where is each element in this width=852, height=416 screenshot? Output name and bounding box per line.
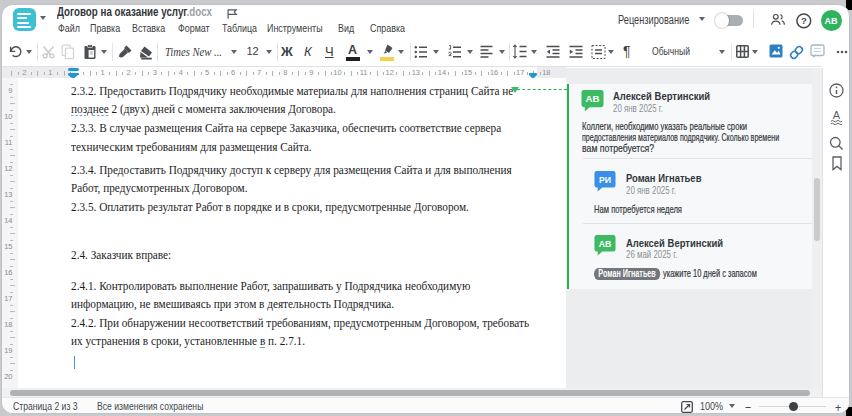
svg-text:?: ? [801, 15, 807, 26]
svg-text:РИ: РИ [598, 175, 610, 185]
svg-text:А: А [833, 109, 841, 121]
svg-text:АВ: АВ [598, 239, 611, 249]
svg-text:АВ: АВ [585, 93, 599, 104]
